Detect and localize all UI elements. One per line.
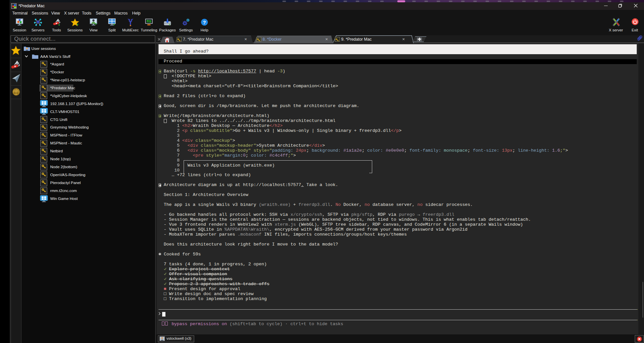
svg-text:?: ? <box>203 19 206 25</box>
